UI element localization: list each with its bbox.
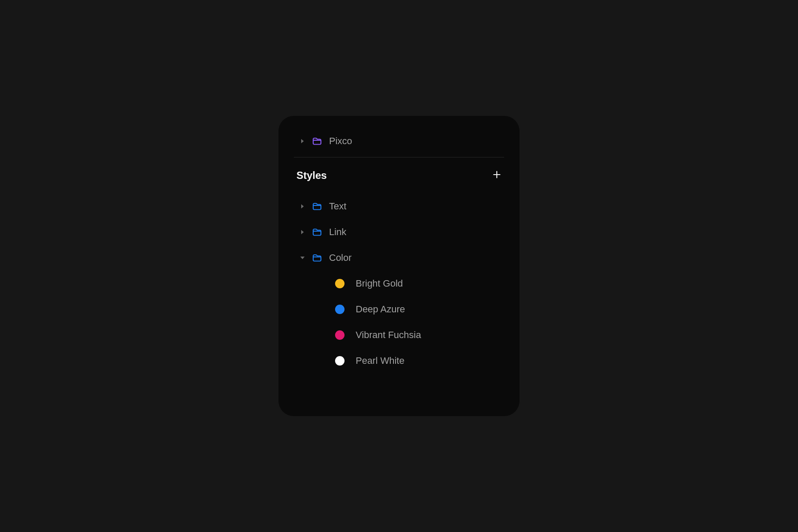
- color-swatch-label: Deep Azure: [356, 304, 405, 315]
- folder-label: Text: [329, 201, 346, 212]
- chevron-right-icon: [300, 230, 305, 235]
- color-swatch-vibrant-fuchsia[interactable]: Vibrant Fuchsia: [294, 322, 504, 348]
- color-swatch-icon: [335, 305, 345, 314]
- color-swatch-pearl-white[interactable]: Pearl White: [294, 348, 504, 374]
- project-row[interactable]: Pixco: [294, 133, 504, 157]
- chevron-right-icon: [300, 139, 305, 144]
- folder-row-color[interactable]: Color: [294, 245, 504, 271]
- color-swatch-deep-azure[interactable]: Deep Azure: [294, 296, 504, 322]
- color-swatch-label: Bright Gold: [356, 278, 403, 289]
- folder-label: Color: [329, 252, 352, 263]
- color-swatch-label: Pearl White: [356, 355, 405, 366]
- folder-icon: [312, 201, 322, 212]
- folder-label: Link: [329, 227, 346, 238]
- folder-icon: [312, 136, 322, 146]
- color-swatch-label: Vibrant Fuchsia: [356, 329, 421, 341]
- folder-icon: [312, 227, 322, 237]
- folder-icon: [312, 253, 322, 263]
- add-style-button[interactable]: [492, 170, 502, 181]
- section-title: Styles: [296, 169, 327, 181]
- styles-panel: Pixco Styles Text: [278, 116, 520, 416]
- chevron-down-icon: [300, 255, 305, 260]
- chevron-right-icon: [300, 204, 305, 209]
- color-swatch-icon: [335, 330, 345, 340]
- styles-tree: Text Link: [294, 193, 504, 374]
- folder-row-text[interactable]: Text: [294, 193, 504, 219]
- project-name: Pixco: [329, 136, 352, 147]
- color-swatch-bright-gold[interactable]: Bright Gold: [294, 271, 504, 296]
- divider: [294, 157, 504, 157]
- folder-row-link[interactable]: Link: [294, 219, 504, 245]
- color-swatch-icon: [335, 356, 345, 366]
- plus-icon: [492, 170, 502, 179]
- color-swatch-icon: [335, 279, 345, 288]
- section-header: Styles: [294, 169, 504, 193]
